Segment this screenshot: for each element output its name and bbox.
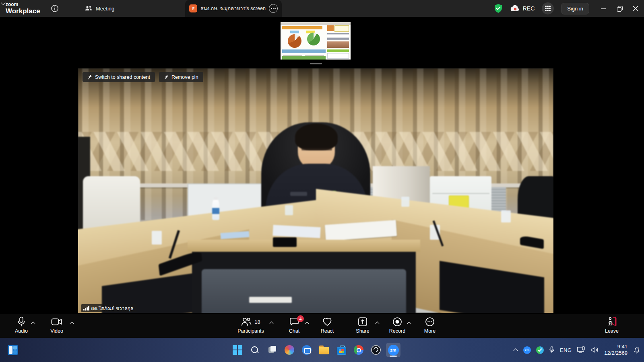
snipping-app-icon	[302, 345, 312, 355]
cloud-recording-icon	[510, 5, 520, 12]
apps-grid-icon[interactable]	[542, 2, 554, 14]
camera-icon	[51, 318, 62, 326]
close-button[interactable]	[633, 6, 638, 11]
tray-time: 9:41	[604, 343, 627, 350]
video-pin-controls: Switch to shared content Remove pin	[83, 72, 203, 82]
remove-pin-label: Remove pin	[171, 74, 198, 80]
video-scene	[78, 68, 553, 313]
notification-bell-icon[interactable]: z	[633, 346, 641, 354]
share-screen-icon	[358, 317, 367, 327]
participants-options-chevron-icon[interactable]	[270, 321, 273, 325]
remove-pin-button[interactable]: Remove pin	[159, 72, 203, 82]
security-shield-icon[interactable]	[494, 4, 503, 13]
clock[interactable]: 9:41 12/2/2569	[604, 343, 627, 357]
tray-update-icon[interactable]	[536, 346, 544, 354]
thumb-photo	[327, 41, 349, 48]
thumb-pie-orange	[288, 34, 301, 48]
zoom-app-icon: zm	[388, 345, 399, 356]
meeting-toolbar: Audio Video 18 Participants Chat 4 React	[0, 314, 644, 338]
brand-workplace: Workplace	[6, 8, 40, 14]
tab-avatar: ส	[189, 4, 197, 12]
audio-label: Audio	[3, 328, 39, 334]
search-icon	[250, 346, 259, 354]
cast-display-icon[interactable]	[577, 346, 586, 354]
participants-control[interactable]: 18 Participants	[233, 316, 269, 334]
window-controls	[601, 6, 638, 11]
chat-options-chevron-icon[interactable]	[305, 321, 309, 325]
record-options-chevron-icon[interactable]	[407, 321, 411, 325]
microsoft-store-icon	[337, 346, 346, 355]
widgets-button[interactable]	[6, 343, 20, 357]
pinned-video-tile[interactable]: Switch to shared content Remove pin ผต.โ…	[78, 68, 553, 313]
microsoft-store-button[interactable]	[334, 343, 349, 357]
thumb-side-text	[327, 33, 349, 41]
participants-label: Participants	[233, 328, 269, 334]
thumb-tag-blue	[290, 31, 299, 33]
chat-unread-badge: 4	[297, 315, 304, 322]
participant-name-label: ผต.โสภัณย์ ชวาลกุล	[81, 304, 136, 312]
participant-name: ผต.โสภัณย์ ชวาลกุล	[91, 304, 134, 312]
audio-options-chevron-icon[interactable]	[31, 321, 35, 325]
copilot-button[interactable]	[282, 343, 297, 357]
video-options-chevron-icon[interactable]	[70, 321, 74, 325]
volume-icon[interactable]	[591, 346, 599, 354]
thumb-bottom-panel	[327, 53, 349, 59]
thumb-green-band	[327, 49, 349, 52]
tab-meeting[interactable]: Meeting	[85, 0, 114, 17]
snipping-app-button[interactable]	[299, 343, 314, 357]
more-label: More	[412, 328, 448, 334]
chat-label: Chat	[276, 328, 312, 334]
shared-content-thumbnail[interactable]	[281, 22, 351, 60]
thumb-table-header	[282, 49, 326, 53]
leave-icon	[607, 317, 617, 327]
tray-microphone-icon[interactable]	[549, 346, 555, 354]
language-indicator[interactable]: ENG	[560, 347, 572, 353]
participants-count: 18	[254, 319, 260, 325]
record-control[interactable]: Record	[379, 316, 415, 334]
share-control[interactable]: Share	[345, 316, 381, 334]
scene-vignette	[78, 68, 553, 313]
video-label: Video	[39, 328, 75, 334]
audio-control[interactable]: Audio	[3, 316, 39, 334]
obs-icon	[371, 345, 381, 355]
tab-more-options-icon[interactable]	[269, 4, 278, 13]
signal-strength-icon	[83, 306, 89, 311]
tab-shared-screen[interactable]: ส สนง.กษ. จ.มุกดาหาร's screen	[185, 0, 282, 17]
info-icon[interactable]	[50, 4, 60, 13]
tray-zoom-icon[interactable]: zm	[523, 346, 531, 354]
microphone-icon	[17, 317, 26, 327]
thumb-toolbar	[281, 22, 351, 25]
start-button[interactable]	[230, 343, 245, 357]
more-control[interactable]: More	[412, 316, 448, 334]
chrome-button[interactable]	[351, 343, 366, 357]
react-control[interactable]: React	[309, 316, 345, 334]
task-view-icon	[268, 346, 277, 354]
thumbnail-drag-handle[interactable]	[310, 63, 322, 64]
task-view-button[interactable]	[265, 343, 279, 357]
obs-button[interactable]	[369, 343, 383, 357]
react-label: React	[309, 328, 345, 334]
participants-icon	[241, 317, 252, 327]
zoom-app-button[interactable]: zm	[386, 343, 400, 357]
pin-icon	[87, 74, 92, 80]
minimize-button[interactable]	[601, 6, 606, 11]
windows-start-icon	[233, 345, 242, 355]
tray-overflow-chevron-icon[interactable]	[513, 348, 518, 352]
tab-meeting-label: Meeting	[96, 6, 114, 12]
thumb-header-band	[282, 26, 322, 29]
video-control[interactable]: Video	[39, 316, 75, 334]
share-options-chevron-icon[interactable]	[376, 321, 379, 325]
heart-icon	[322, 317, 332, 327]
brand-zoom: zoom	[6, 2, 40, 7]
system-tray: zm ENG 9:41 12/2/2569 z	[513, 338, 641, 362]
leave-control[interactable]: Leave	[594, 316, 630, 334]
restore-button[interactable]	[617, 6, 622, 11]
file-explorer-icon	[319, 347, 329, 355]
switch-to-shared-content-button[interactable]: Switch to shared content	[83, 72, 155, 82]
sign-in-button[interactable]: Sign in	[561, 3, 589, 14]
file-explorer-button[interactable]	[317, 343, 331, 357]
pin-icon	[164, 74, 169, 80]
search-button[interactable]	[248, 343, 262, 357]
thumb-note-box	[334, 25, 349, 32]
titlebar-right: REC Sign in	[494, 0, 644, 17]
